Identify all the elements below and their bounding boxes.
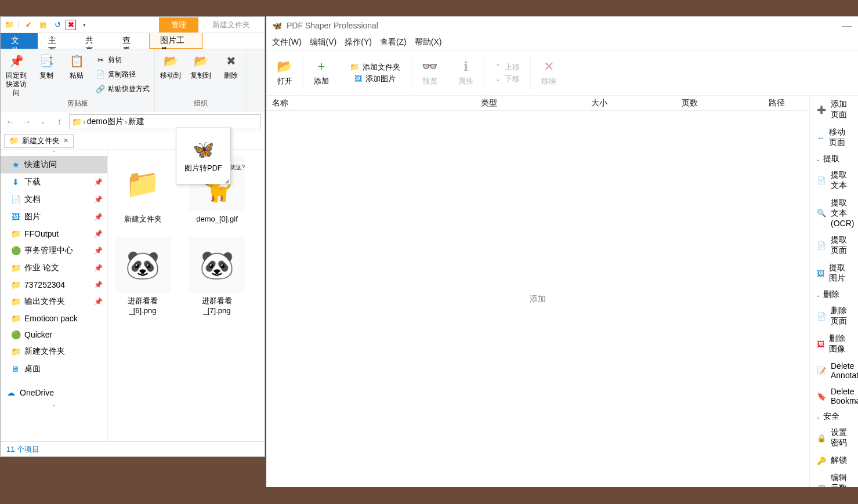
side-delete-page[interactable]: 📄删除页面 [810, 302, 858, 330]
col-size[interactable]: 大小 [591, 98, 624, 108]
side-label: 编辑元数据 [831, 473, 851, 487]
side-extract-page[interactable]: 📄提取页面 [810, 231, 858, 259]
cut-button[interactable]: ✂ 剪切 [93, 54, 152, 66]
side-extract-image[interactable]: 🖼提取图片 [810, 259, 858, 287]
text-icon: 📄 [817, 176, 826, 185]
delete-button[interactable]: ✖ 删除 [218, 53, 244, 80]
qat-dropdown-icon[interactable]: ▾ [78, 19, 90, 31]
copy-to-icon: 📂 [193, 53, 209, 69]
delete-bookmark-icon: 🔖 [817, 391, 826, 401]
menu-op[interactable]: 操作(Y) [345, 37, 372, 48]
add-image-button[interactable]: 🖼 添加图片 [354, 74, 396, 84]
tab-manage[interactable]: 管理 [159, 17, 198, 32]
check-icon[interactable]: ✔ [22, 19, 35, 31]
tree-onedrive[interactable]: ☁OneDrive [1, 385, 107, 401]
side-label: Delete Annotations [831, 361, 858, 380]
tree-quick-access[interactable]: ★快速访问 [1, 156, 107, 173]
col-pages[interactable]: 页数 [682, 98, 711, 108]
side-label: 提取文本 [831, 170, 851, 191]
menu-view[interactable]: 查看(Z) [380, 37, 407, 48]
tree-downloads[interactable]: ⬇下载📌 [1, 173, 107, 191]
menu-file[interactable]: 文件(W) [272, 37, 302, 48]
tree-newfolder[interactable]: 📁新建文件夹 [1, 343, 107, 360]
tree-emoticon[interactable]: 📁Emoticon pack [1, 310, 107, 327]
menu-edit[interactable]: 编辑(V) [310, 37, 337, 48]
close-icon[interactable]: ✕ [63, 137, 68, 144]
side-set-password[interactable]: 🔒设置密码 [810, 424, 858, 452]
tree-pictures[interactable]: 🖼图片📌 [1, 208, 107, 226]
scroll-down-indicator[interactable]: ⌄ [1, 401, 107, 407]
copy-button[interactable]: 📑 复制 [33, 53, 60, 80]
minimize-button[interactable]: — [842, 20, 852, 32]
add-extra-col: 📁 添加文件夹 🖼 添加图片 [339, 50, 411, 95]
side-delete-image[interactable]: 🖼删除图像 [810, 330, 858, 358]
side-edit-metadata[interactable]: 📋编辑元数据 [810, 469, 858, 487]
chevron-down-icon: ⌄ [495, 74, 501, 83]
file-item[interactable]: 🐼 进群看看 _[6].png [114, 237, 172, 316]
side-group-security[interactable]: ⌄安全 [810, 409, 858, 424]
paste-shortcut-button[interactable]: 🔗 粘贴快捷方式 [93, 83, 152, 95]
copy-to-button[interactable]: 📂 复制到 [187, 53, 214, 80]
side-unlock[interactable]: 🔑解锁 [810, 452, 858, 469]
empty-drop-area[interactable]: 添加 [266, 111, 809, 487]
nav-recent-button[interactable]: ⌄ [37, 115, 49, 128]
scroll-up-indicator[interactable]: ⌃ [1, 150, 107, 156]
delete-icon[interactable]: ✖ [66, 20, 76, 30]
move-to-button[interactable]: 📂 移动到 [157, 53, 184, 80]
col-path[interactable]: 路径 [769, 98, 803, 108]
side-delete-bookmark[interactable]: 🔖Delete Bookmarks [810, 383, 858, 409]
side-add-page[interactable]: ➕添加页面 [810, 96, 858, 124]
nav-forward-button[interactable]: → [20, 115, 33, 128]
properties-button: ℹ 属性 [448, 50, 484, 95]
add-button[interactable]: + 添加 [303, 50, 339, 95]
copy-path-button[interactable]: 📄 复制路径 [93, 68, 152, 81]
properties-icon[interactable]: ▦ [37, 19, 49, 31]
col-type[interactable]: 类型 [481, 98, 533, 108]
col-name[interactable]: 名称 [272, 98, 423, 108]
side-extract-ocr[interactable]: 🔍提取文本 (OCR) [810, 194, 858, 231]
file-label: 新建文件夹 [124, 215, 162, 224]
empty-hint: 添加 [530, 294, 546, 304]
file-pane[interactable]: 📁 新建文件夹 就这? 🐈 demo_[0].gif 🐼 进群看看 _[6].p… [108, 150, 265, 441]
file-item[interactable]: 🐼 进群看看 _[7].png [188, 237, 246, 316]
open-button[interactable]: 📂 打开 [266, 50, 303, 95]
side-extract-text[interactable]: 📄提取文本 [810, 166, 858, 194]
address-bar[interactable]: 📁 › demo图片 › 新建 [69, 114, 261, 129]
file-list: 名称 类型 大小 页数 路径 添加 [266, 96, 809, 487]
file-item[interactable]: 📁 新建文件夹 [114, 155, 172, 224]
status-bar: 11 个项目 [1, 441, 265, 456]
tree-desktop[interactable]: 🖥桌面 [1, 360, 107, 378]
undo-icon[interactable]: ↺ [51, 19, 64, 31]
side-group-extract[interactable]: ⌄提取 [810, 151, 858, 166]
tab-picture-tools[interactable]: 图片工具 [149, 33, 204, 49]
action-hint-img-to-pdf[interactable]: 🦋 图片转PDF ◢ [176, 128, 231, 184]
path-seg-2[interactable]: 新建 [128, 117, 144, 127]
copy-path-label: 复制路径 [108, 70, 136, 79]
side-delete-anno[interactable]: 📝Delete Annotations [810, 358, 858, 383]
menu-help[interactable]: 帮助(X) [415, 37, 442, 48]
tree-quicker[interactable]: 🟢Quicker [1, 327, 107, 343]
tree-output[interactable]: 📁输出文件夹📌 [1, 293, 107, 310]
tab-file[interactable]: 文件 [1, 33, 38, 49]
paste-button[interactable]: 📋 粘贴 [63, 53, 90, 80]
side-group-delete[interactable]: ⌄删除 [810, 287, 858, 302]
document-tab[interactable]: 📁 新建文件夹 ✕ [4, 134, 74, 148]
tree-homework[interactable]: 📁作业 论文📌 [1, 259, 107, 277]
nav-up-button[interactable]: ↑ [53, 115, 66, 128]
pin-button[interactable]: 📌 固定到 快速访问 [3, 53, 30, 97]
tree-taskmgr[interactable]: 🟢事务管理中心📌 [1, 242, 107, 259]
tab-view[interactable]: 查看 [112, 33, 149, 49]
pin-icon: 📌 [94, 178, 103, 186]
path-seg-1[interactable]: demo图片 [87, 117, 124, 127]
tree-ffoutput[interactable]: 📁FFOutput📌 [1, 226, 107, 242]
nav-back-button[interactable]: ← [4, 115, 17, 128]
add-folder-button[interactable]: 📁 添加文件夹 [350, 62, 400, 72]
side-move-page[interactable]: ↔移动页面 [810, 124, 858, 151]
tab-home[interactable]: 主页 [38, 33, 75, 49]
open-folder-icon: 📂 [277, 59, 292, 74]
download-icon: ⬇ [11, 177, 20, 187]
folder-icon[interactable]: 📁 [3, 19, 16, 31]
tree-num[interactable]: 📁737252304📌 [1, 277, 107, 293]
tab-share[interactable]: 共享 [75, 33, 112, 49]
tree-documents[interactable]: 📄文档📌 [1, 191, 107, 208]
